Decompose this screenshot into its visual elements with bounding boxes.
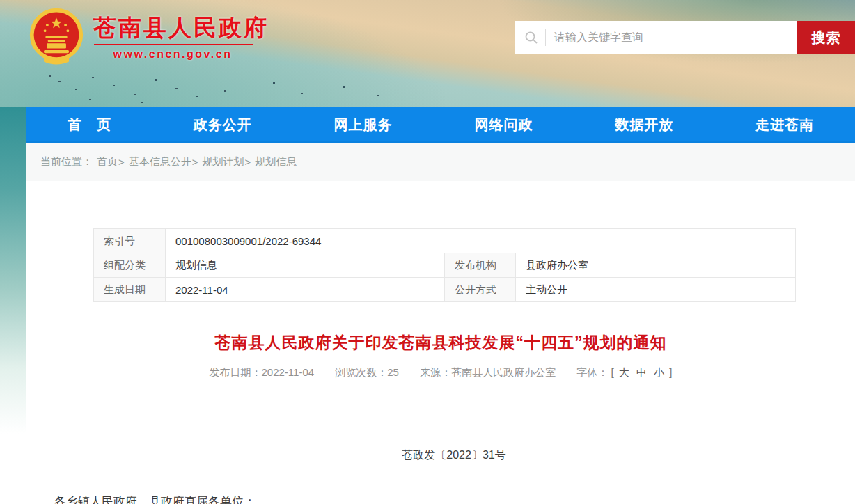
source: 来源：苍南县人民政府办公室 [420, 366, 556, 378]
nav-item-gov-disclosure[interactable]: 政务公开 [194, 116, 252, 134]
created-date-value: 2022-11-04 [166, 278, 445, 302]
national-emblem-icon [28, 7, 85, 68]
document-number: 苍政发〔2022〕31号 [40, 448, 855, 463]
search-divider [545, 29, 546, 46]
nav-item-online-services[interactable]: 网上服务 [334, 116, 393, 134]
index-number-value: 001008003009001/2022-69344 [166, 229, 796, 253]
article-meta: 发布日期：2022-11-04 浏览次数：25 来源：苍南县人民政府办公室 字体… [26, 366, 855, 379]
breadcrumb-item-home[interactable]: 首页 [97, 155, 118, 168]
breadcrumb-item-plans[interactable]: 规划计划 [203, 155, 244, 168]
table-row: 索引号 001008003009001/2022-69344 [94, 229, 796, 253]
font-size-medium-button[interactable]: 中 [636, 366, 647, 378]
breadcrumb-separator: > [118, 156, 125, 168]
category-label: 组配分类 [94, 253, 166, 278]
search-box [515, 21, 797, 54]
breadcrumb-item-plan-info[interactable]: 规划信息 [255, 155, 297, 168]
table-row: 组配分类 规划信息 发布机构 县政府办公室 [94, 253, 796, 278]
main-nav: 首 页 政务公开 网上服务 网络问政 数据开放 走进苍南 [26, 107, 855, 143]
nav-item-about-cangnan[interactable]: 走进苍南 [755, 116, 814, 134]
page: 苍南县人民政府 www.cncn.gov.cn 搜索 首 页 政务公开 网上服务… [0, 0, 855, 504]
nav-item-open-data[interactable]: 数据开放 [615, 116, 673, 134]
breadcrumb-item-basic-info[interactable]: 基本信息公开 [129, 155, 191, 168]
created-date-label: 生成日期 [94, 278, 166, 302]
index-number-label: 索引号 [94, 229, 166, 253]
publish-date: 发布日期：2022-11-04 [209, 366, 314, 378]
document-info-table: 索引号 001008003009001/2022-69344 组配分类 规划信息… [93, 228, 796, 302]
view-count: 浏览次数：25 [335, 366, 399, 378]
breadcrumb: 当前位置： 首页 > 基本信息公开 > 规划计划 > 规划信息 [26, 143, 855, 181]
search-bar: 搜索 [515, 21, 855, 54]
breadcrumb-prefix: 当前位置： [40, 155, 93, 168]
article-title: 苍南县人民政府关于印发苍南县科技发展“十四五”规划的通知 [26, 332, 855, 354]
search-icon [524, 31, 538, 45]
left-gradient-decor [0, 107, 26, 434]
header-banner: 苍南县人民政府 www.cncn.gov.cn 搜索 [0, 0, 855, 107]
font-size-large-button[interactable]: 大 [619, 366, 629, 378]
search-input[interactable] [554, 22, 797, 54]
article-body-opening: 各乡镇人民政府，县政府直属各单位： [54, 494, 256, 504]
site-logo[interactable]: 苍南县人民政府 www.cncn.gov.cn [28, 7, 269, 68]
banner-boats-decor [49, 75, 51, 77]
table-row: 生成日期 2022-11-04 公开方式 主动公开 [94, 278, 796, 302]
category-value: 规划信息 [166, 253, 445, 278]
nav-item-online-politics[interactable]: 网络问政 [474, 116, 533, 134]
search-button[interactable]: 搜索 [797, 21, 855, 54]
site-name-underline [94, 44, 253, 45]
agency-label: 发布机构 [445, 253, 516, 278]
font-size-label: 字体： [576, 366, 608, 378]
site-name: 苍南县人民政府 [93, 15, 269, 40]
breadcrumb-separator: > [245, 156, 251, 168]
font-size-small-button[interactable]: 小 [654, 366, 664, 378]
nav-item-home[interactable]: 首 页 [68, 116, 111, 134]
disclosure-method-value: 主动公开 [516, 278, 796, 302]
breadcrumb-separator: > [192, 156, 198, 168]
disclosure-method-label: 公开方式 [445, 278, 516, 302]
agency-value: 县政府办公室 [516, 253, 796, 278]
font-size-control: 字体： [ 大 中 小 ] [576, 366, 672, 378]
content-divider [54, 397, 830, 397]
bracket-close: ] [669, 366, 672, 378]
site-url: www.cncn.gov.cn [93, 48, 252, 61]
bracket-open: [ [611, 366, 613, 378]
